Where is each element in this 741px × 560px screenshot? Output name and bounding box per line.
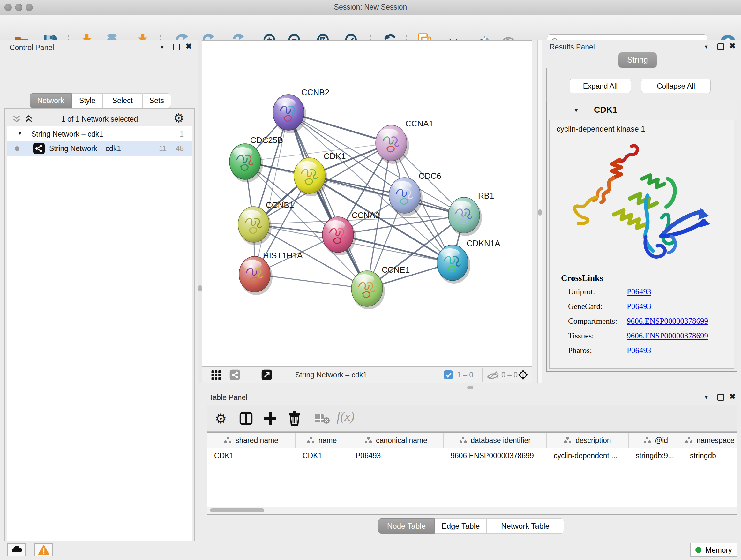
- tab-string[interactable]: String: [618, 52, 657, 68]
- column-header-canonical-name[interactable]: canonical name: [348, 433, 444, 448]
- application-window: Session: New Session: [0, 0, 741, 560]
- table-cell[interactable]: cyclin-dependent ...: [547, 448, 629, 463]
- expand-all-icon[interactable]: [24, 115, 33, 124]
- tab-select[interactable]: Select: [103, 93, 142, 108]
- table-cell[interactable]: 9606.ENSP00000378699: [444, 448, 547, 463]
- tab-edge-table[interactable]: Edge Table: [434, 518, 487, 534]
- collapse-triangle-icon[interactable]: ▼: [574, 107, 579, 114]
- float-panel-icon[interactable]: [718, 44, 724, 51]
- table-cell[interactable]: CDK1: [295, 448, 348, 463]
- crosslink-value-link[interactable]: 9606.ENSP00000378699: [627, 331, 708, 340]
- node-CCNE1[interactable]: CCNE1: [351, 265, 410, 309]
- table-row[interactable]: CDK1CDK1P064939606.ENSP00000378699cyclin…: [207, 448, 737, 463]
- scrollbar-thumb[interactable]: [210, 508, 264, 512]
- expand-all-button[interactable]: Expand All: [569, 78, 631, 93]
- network-graph[interactable]: CCNB2CCNA1CDC25BCDK1CDC6RB1CCNB1CCNA2CDK…: [202, 41, 533, 367]
- network-collection-row[interactable]: ▼ String Network – cdk1 1: [7, 127, 192, 141]
- column-header--id[interactable]: @id: [629, 433, 683, 448]
- network-tab-content: 1 of 1 Network selected ⚙ ▼ String Netwo…: [4, 108, 195, 560]
- tab-sets[interactable]: Sets: [142, 93, 171, 108]
- column-header-description[interactable]: description: [547, 433, 629, 448]
- horizontal-scrollbar[interactable]: [207, 507, 737, 514]
- grid-view-icon[interactable]: [209, 368, 224, 382]
- crosslink-value-link[interactable]: 9606.ENSP00000378699: [627, 317, 708, 326]
- gene-details: cyclin-dependent kinase 1: [549, 120, 734, 369]
- cloud-icon[interactable]: [7, 543, 26, 557]
- tab-style[interactable]: Style: [72, 93, 103, 108]
- close-panel-icon[interactable]: ✖: [185, 43, 192, 50]
- crosslink-label: Pharos:: [568, 346, 592, 355]
- crosslink-value-link[interactable]: P06493: [627, 287, 651, 296]
- column-header-name[interactable]: name: [295, 433, 348, 448]
- panel-menu-icon[interactable]: ▼: [704, 394, 709, 401]
- control-panel: Control Panel ▼ ✖ NetworkStyleSelectSets…: [0, 40, 199, 541]
- close-panel-icon[interactable]: ✖: [729, 393, 736, 400]
- hidden-eye-icon[interactable]: [487, 369, 499, 380]
- table-cell[interactable]: CDK1: [207, 448, 295, 463]
- edge-CDK1-RB1[interactable]: [310, 176, 464, 215]
- node-CCNB2[interactable]: CCNB2: [273, 87, 329, 133]
- network-row-selected[interactable]: String Network – cdk1 11 48: [7, 141, 192, 156]
- node-CDKN1A[interactable]: CDKN1A: [437, 239, 500, 284]
- splitter-grip[interactable]: [199, 286, 202, 292]
- toolbar-separator: [252, 368, 252, 382]
- table-cell[interactable]: P06493: [348, 448, 444, 463]
- column-label: description: [576, 436, 611, 445]
- clear-table-icon[interactable]: [314, 414, 330, 424]
- node-CDC25B[interactable]: CDC25B: [229, 135, 283, 182]
- tab-network[interactable]: Network: [30, 93, 72, 108]
- node-RB1[interactable]: RB1: [448, 191, 494, 236]
- float-panel-icon[interactable]: [718, 394, 724, 402]
- splitter-grip[interactable]: [538, 209, 542, 215]
- panel-splitter[interactable]: [532, 40, 542, 383]
- collapse-triangle-icon[interactable]: ▼: [17, 130, 23, 137]
- selected-checkbox[interactable]: [444, 370, 453, 380]
- gear-icon[interactable]: ⚙: [173, 111, 184, 125]
- split-columns-icon[interactable]: [239, 412, 253, 426]
- gear-icon[interactable]: ⚙: [215, 411, 227, 427]
- main-toolbar: ?: [0, 15, 741, 41]
- panel-splitter[interactable]: [199, 40, 202, 383]
- network-view[interactable]: CCNB2CCNA1CDC25BCDK1CDC6RB1CCNB1CCNA2CDK…: [202, 40, 533, 367]
- column-header-shared-name[interactable]: shared name: [207, 433, 295, 448]
- column-header-database-identifier[interactable]: database identifier: [444, 433, 547, 448]
- control-panel-tabs: NetworkStyleSelectSets: [0, 93, 199, 109]
- warning-icon[interactable]: [35, 543, 53, 557]
- node-table[interactable]: shared namenamecanonical namedatabase id…: [207, 432, 737, 515]
- open-in-window-icon[interactable]: [259, 368, 274, 382]
- node-label-CCNA2: CCNA2: [352, 210, 380, 220]
- column-header-namespace[interactable]: namespace: [683, 433, 737, 448]
- birdseye-view-icon[interactable]: [516, 368, 530, 382]
- gene-accordion-header[interactable]: ▼ CDK1: [547, 102, 737, 120]
- tab-node-table[interactable]: Node Table: [378, 518, 434, 534]
- node-CDC6[interactable]: CDC6: [389, 171, 441, 216]
- edge-CCNB2-CCNE1[interactable]: [288, 112, 367, 289]
- node-CCNA1[interactable]: CCNA1: [376, 119, 433, 164]
- panel-menu-icon[interactable]: ▼: [159, 44, 165, 51]
- tab-network-table[interactable]: Network Table: [487, 518, 564, 534]
- table-toolbar: ⚙ f(x): [207, 405, 737, 432]
- crosslinks-list: Uniprot:P06493GeneCard:P06493Compartment…: [568, 287, 728, 361]
- string-app-icon[interactable]: [227, 368, 242, 382]
- collapse-all-button[interactable]: Collapse All: [641, 78, 711, 93]
- results-panel-title: Results Panel: [549, 43, 595, 51]
- panel-menu-icon[interactable]: ▼: [704, 44, 709, 50]
- node-HIST1H1A[interactable]: HIST1H1A: [239, 251, 303, 295]
- memory-button[interactable]: Memory: [690, 543, 738, 557]
- crosslink-value-link[interactable]: P06493: [627, 302, 651, 311]
- table-cell[interactable]: stringdb:9...: [629, 448, 683, 463]
- crosslink-value-link[interactable]: P06493: [627, 346, 651, 355]
- hidden-count: 0 – 0: [501, 371, 518, 379]
- memory-label: Memory: [705, 546, 732, 554]
- table-cell[interactable]: stringdb: [683, 448, 737, 463]
- panel-splitter[interactable]: [199, 383, 741, 392]
- splitter-grip[interactable]: [467, 386, 473, 389]
- close-panel-icon[interactable]: ✖: [729, 43, 736, 49]
- function-builder-icon[interactable]: f(x): [337, 409, 354, 424]
- node-CDK1[interactable]: CDK1: [294, 151, 346, 196]
- float-panel-icon[interactable]: [173, 44, 180, 52]
- string-app-icon: [33, 143, 45, 154]
- collapse-all-icon[interactable]: [12, 115, 21, 124]
- add-column-icon[interactable]: [263, 412, 277, 426]
- delete-column-icon[interactable]: [287, 411, 301, 426]
